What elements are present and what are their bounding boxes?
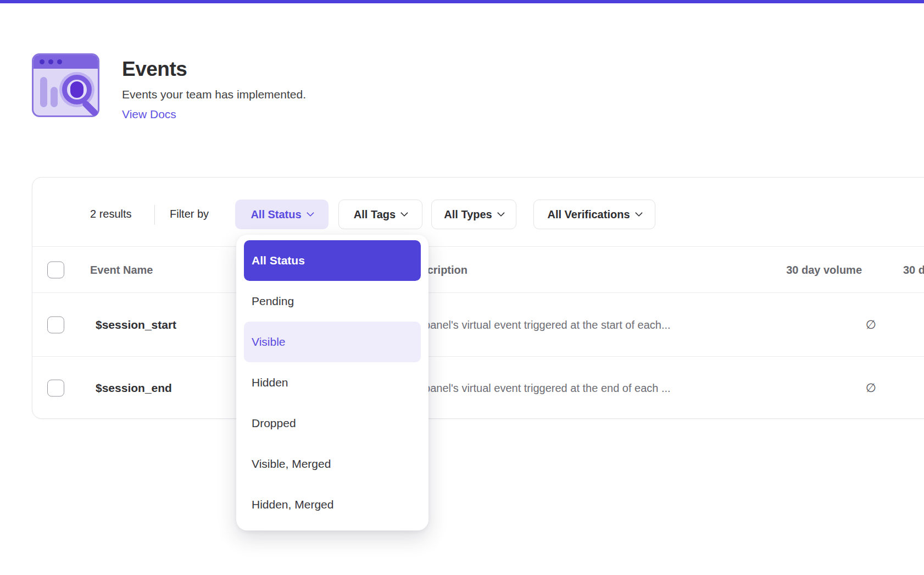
chevron-down-icon <box>400 209 408 217</box>
toolbar-divider <box>154 205 155 225</box>
window-dot-icon <box>40 59 44 64</box>
events-page: Events Events your team has implemented.… <box>0 0 924 575</box>
window-dot-icon <box>48 59 53 64</box>
table-row-session-end[interactable]: $session_end Mixpanel's virtual event tr… <box>32 357 924 419</box>
table-header-row: Event Name Description 30 day volume 30 … <box>32 246 924 293</box>
filter-by-label: Filter by <box>170 208 209 220</box>
filter-label: All Types <box>444 208 492 221</box>
filter-all-verifications[interactable]: All Verifications <box>533 200 655 229</box>
browser-window-icon <box>34 55 98 69</box>
event-description: Mixpanel's virtual event triggered at th… <box>407 318 671 331</box>
dropdown-item-pending[interactable]: Pending <box>244 281 421 322</box>
event-description: Mixpanel's virtual event triggered at th… <box>407 382 671 395</box>
window-dot-icon <box>57 59 62 64</box>
filter-label: All Verifications <box>547 208 630 221</box>
filter-all-status[interactable]: All Status <box>235 200 329 229</box>
event-30-day-volume: ∅ <box>747 381 876 395</box>
filter-all-types[interactable]: All Types <box>431 200 516 229</box>
table-row-session-start[interactable]: $session_start Mixpanel's virtual event … <box>32 293 924 357</box>
events-table-card: 2 results Filter by All Status All Tags … <box>32 177 924 419</box>
chevron-down-icon <box>634 209 642 217</box>
page-subtitle: Events your team has implemented. <box>122 87 306 102</box>
events-page-icon <box>32 53 99 117</box>
dropdown-item-all-status[interactable]: All Status <box>244 240 421 281</box>
results-count: 2 results <box>90 208 132 220</box>
chevron-down-icon <box>497 209 505 217</box>
column-header-event-name[interactable]: Event Name <box>90 263 153 276</box>
view-docs-link[interactable]: View Docs <box>122 107 176 122</box>
event-name: $session_start <box>96 318 176 331</box>
select-all-checkbox[interactable] <box>47 261 64 278</box>
row-checkbox[interactable] <box>47 316 64 333</box>
column-header-30-day-volume[interactable]: 30 day volume <box>719 263 862 276</box>
magnifier-icon <box>62 75 92 104</box>
filter-all-tags[interactable]: All Tags <box>338 200 422 229</box>
dropdown-item-visible[interactable]: Visible <box>244 322 421 362</box>
chart-bar-icon <box>40 77 47 107</box>
chevron-down-icon <box>307 209 314 217</box>
filter-label: All Tags <box>354 208 396 221</box>
magnifier-lens <box>70 81 84 98</box>
chart-bar-icon <box>51 87 58 107</box>
row-checkbox[interactable] <box>47 380 64 397</box>
status-filter-dropdown: All Status Pending Visible Hidden Droppe… <box>236 235 428 530</box>
top-accent-bar <box>0 0 924 3</box>
event-30-day-volume: ∅ <box>747 318 876 332</box>
dropdown-item-dropped[interactable]: Dropped <box>244 403 421 444</box>
column-header-truncated[interactable]: 30 d <box>903 263 924 276</box>
event-name: $session_end <box>96 382 172 395</box>
dropdown-item-hidden-merged[interactable]: Hidden, Merged <box>244 484 421 525</box>
dropdown-item-hidden[interactable]: Hidden <box>244 362 421 403</box>
filter-label: All Status <box>251 208 301 221</box>
dropdown-item-visible-merged[interactable]: Visible, Merged <box>244 444 421 484</box>
magnifier-handle <box>81 99 99 118</box>
page-title: Events <box>122 58 187 81</box>
